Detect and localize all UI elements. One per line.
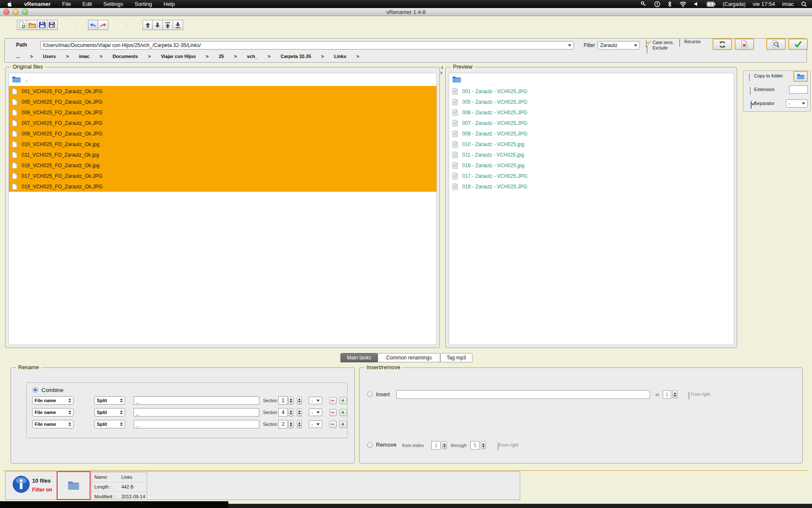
row-separator-combobox[interactable]: - bbox=[309, 397, 322, 404]
filter-combobox[interactable]: Zarautz bbox=[598, 41, 640, 50]
preview-file-row[interactable]: 011 - Zarautz - VCH025.jpg bbox=[449, 149, 734, 160]
app-menu-title[interactable]: vRenamer bbox=[24, 1, 51, 7]
menu-item[interactable]: Settings bbox=[103, 1, 123, 7]
save-button[interactable] bbox=[37, 20, 47, 30]
preview-file-row[interactable]: 006 - Zarautz - VCH025.JPG bbox=[449, 107, 734, 118]
order-stepper[interactable] bbox=[297, 409, 302, 417]
breadcrumb-item[interactable]: ... bbox=[16, 54, 20, 59]
operation-popup[interactable]: Split bbox=[94, 396, 125, 405]
refresh-button[interactable] bbox=[713, 39, 732, 50]
through-stepper[interactable] bbox=[481, 441, 486, 449]
breadcrumb-item[interactable]: Documents bbox=[112, 54, 138, 59]
preview-file-row[interactable]: 007 - Zarautz - VCH025.JPG bbox=[449, 118, 734, 128]
from-index-field[interactable]: 1 bbox=[431, 441, 441, 450]
open-button[interactable] bbox=[27, 20, 37, 30]
row-separator-combobox[interactable]: - bbox=[309, 409, 322, 416]
panel-splitter[interactable] bbox=[441, 66, 443, 75]
preview-file-row[interactable]: 017 - Zarautz - VCH025.JPG bbox=[449, 171, 734, 181]
original-file-row[interactable]: 019_VCH025_FO_Zarautz_Ok.JPG bbox=[9, 181, 436, 192]
remove-row-button[interactable] bbox=[329, 421, 337, 428]
menu-item[interactable]: Help bbox=[163, 1, 175, 7]
clear-list-button[interactable] bbox=[735, 39, 754, 50]
original-file-row[interactable]: 010_VCH025_FO_Zarautz_Ok.jpg bbox=[9, 139, 436, 149]
order-stepper[interactable] bbox=[297, 397, 302, 405]
menubar-clock[interactable]: vie 17:54 bbox=[753, 1, 775, 7]
add-row-button[interactable] bbox=[340, 397, 347, 404]
source-popup[interactable]: File name bbox=[32, 420, 74, 428]
operation-popup[interactable]: Split bbox=[94, 420, 125, 428]
volume-icon[interactable] bbox=[694, 0, 700, 8]
key-status-icon[interactable] bbox=[640, 0, 647, 8]
apple-menu-icon[interactable] bbox=[7, 0, 13, 8]
collapse-left-icon[interactable] bbox=[441, 66, 443, 69]
preview-parent-row[interactable] bbox=[449, 73, 734, 86]
breadcrumb-item[interactable]: Users bbox=[43, 54, 56, 59]
breadcrumb-item[interactable]: imac bbox=[79, 54, 90, 59]
order-stepper[interactable] bbox=[297, 420, 302, 428]
spotlight-icon[interactable] bbox=[801, 0, 807, 8]
breadcrumb-item[interactable]: Viajar con Hijos bbox=[161, 54, 195, 59]
combine-radio[interactable] bbox=[33, 387, 38, 393]
section-field[interactable]: 4 bbox=[278, 408, 288, 417]
section-field[interactable]: 1 bbox=[278, 396, 288, 405]
original-file-row[interactable]: 005_VCH025_FO_Zarautz_Ok.JPG bbox=[9, 97, 436, 107]
insert-position-stepper[interactable] bbox=[672, 390, 678, 398]
operation-popup[interactable]: Split bbox=[94, 408, 125, 417]
tab-main-tasks[interactable]: Main tasks bbox=[340, 353, 378, 362]
path-combobox[interactable]: /Users/imac/Documents/Viajar con Hijos/2… bbox=[40, 41, 574, 50]
exclude-checkbox[interactable] bbox=[647, 45, 647, 53]
insert-radio[interactable] bbox=[367, 392, 373, 397]
preview-file-row[interactable]: 001 - Zarautz - VCH025.JPG bbox=[449, 86, 734, 97]
original-file-row[interactable]: 017_VCH025_FO_Zarautz_Ok.JPG bbox=[9, 171, 436, 181]
section-field[interactable]: 2 bbox=[278, 420, 288, 428]
remove-from-right-checkbox[interactable] bbox=[498, 442, 499, 450]
undo-button[interactable] bbox=[88, 20, 98, 30]
preview-file-row[interactable]: 016 - Zarautz - VCH025.jpg bbox=[449, 160, 734, 171]
row-separator-combobox[interactable]: - bbox=[309, 420, 322, 428]
preview-file-row[interactable]: 010 - Zarautz - VCH025.jpg bbox=[449, 139, 734, 149]
collapse-right-icon[interactable] bbox=[441, 71, 443, 75]
add-row-button[interactable] bbox=[340, 421, 347, 428]
original-file-row[interactable]: 011_VCH025_FO_Zarautz_Ok.jpg bbox=[9, 149, 436, 160]
battery-icon[interactable] bbox=[707, 0, 716, 8]
source-popup[interactable]: File name bbox=[32, 396, 74, 405]
original-file-row[interactable]: 008_VCH025_FO_Zarautz_Ok.JPG bbox=[9, 128, 436, 139]
original-file-row[interactable]: 007_VCH025_FO_Zarautz_Ok.JPG bbox=[9, 118, 436, 128]
menu-item[interactable]: File bbox=[62, 1, 71, 7]
from-index-stepper[interactable] bbox=[442, 441, 447, 449]
section-stepper[interactable] bbox=[288, 409, 294, 417]
remove-radio[interactable] bbox=[367, 442, 373, 448]
add-row-button[interactable] bbox=[340, 409, 347, 416]
menu-item[interactable]: Edit bbox=[82, 1, 92, 7]
selected-folder-box[interactable] bbox=[57, 471, 91, 500]
extension-field[interactable] bbox=[789, 86, 808, 94]
apply-rename-button[interactable] bbox=[788, 39, 808, 50]
move-down-button[interactable] bbox=[153, 20, 163, 30]
section-stepper[interactable] bbox=[288, 397, 294, 405]
original-file-row[interactable]: 016_VCH025_FO_Zarautz_Ok.jpg bbox=[9, 160, 436, 171]
tab-tag-mp3[interactable]: Tag mp3 bbox=[440, 353, 472, 362]
pattern-field[interactable]: _ bbox=[134, 420, 259, 428]
redo-button[interactable] bbox=[98, 20, 108, 30]
menu-item[interactable]: Sorting bbox=[134, 1, 152, 7]
breadcrumb-item[interactable]: 25 bbox=[219, 54, 224, 59]
remove-row-button[interactable] bbox=[329, 397, 337, 404]
breadcrumb-item[interactable]: Links bbox=[334, 54, 346, 59]
preview-file-row[interactable]: 005 - Zarautz - VCH025.JPG bbox=[449, 97, 734, 107]
save-as-button[interactable] bbox=[47, 20, 58, 30]
section-stepper[interactable] bbox=[288, 420, 294, 428]
move-up-button[interactable] bbox=[143, 20, 153, 30]
breadcrumb-item[interactable]: Carpeta 32-35 bbox=[280, 54, 311, 59]
breadcrumb-item[interactable]: vch_ bbox=[247, 54, 258, 59]
preview-button[interactable] bbox=[766, 39, 786, 50]
original-file-row[interactable]: 006_VCH025_FO_Zarautz_Ok.JPG bbox=[9, 107, 436, 118]
pattern-field[interactable]: _ bbox=[134, 396, 259, 405]
through-field[interactable]: 5 bbox=[470, 441, 480, 450]
pattern-field[interactable]: _ bbox=[134, 408, 259, 417]
bluetooth-icon[interactable] bbox=[668, 0, 672, 8]
separator-checkbox[interactable] bbox=[751, 101, 752, 109]
new-file-button[interactable] bbox=[17, 20, 27, 30]
parent-folder-row[interactable]: .. bbox=[9, 73, 436, 86]
copy-to-folder-checkbox[interactable] bbox=[749, 73, 750, 81]
insert-text-field[interactable] bbox=[396, 390, 650, 399]
